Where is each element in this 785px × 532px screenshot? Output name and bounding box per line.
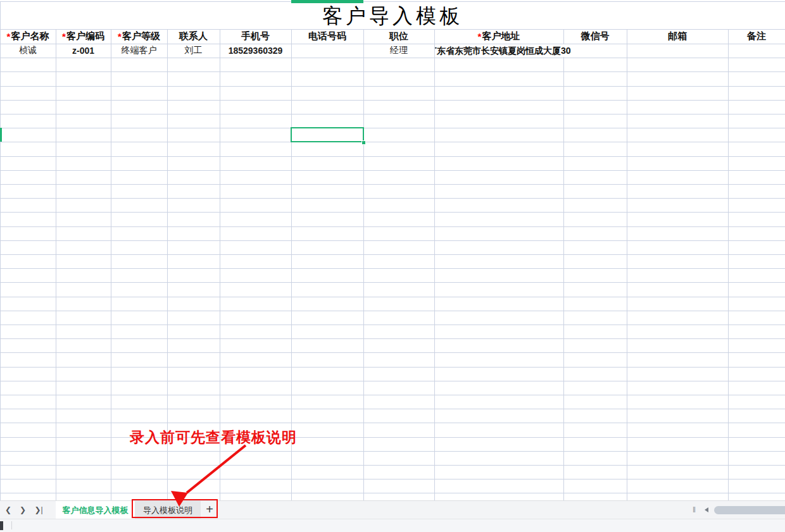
- tab-customer-import-template[interactable]: 客户信息导入模板: [56, 501, 135, 519]
- spreadsheet-app: 客户导入模板 *客户名称 *客户编码 *客户等级 联系人 手机号 电话号码 职位…: [0, 0, 785, 532]
- header-wechat[interactable]: 微信号: [563, 29, 627, 44]
- header-row: *客户名称 *客户编码 *客户等级 联系人 手机号 电话号码 职位 *客户地址 …: [0, 29, 785, 44]
- cell-address-placeholder[interactable]: [434, 44, 563, 58]
- clipped-status-icon: [0, 521, 3, 530]
- data-row: 桢诚 z-001 终端客户 刘工 18529360329 经理: [0, 44, 785, 58]
- selected-row-indicator: [0, 128, 2, 142]
- annotation-text: 录入前可先查看模板说明: [130, 428, 297, 447]
- selected-cell-outline: [291, 127, 364, 143]
- tab-scroll-splitter-icon[interactable]: ‖: [693, 506, 696, 514]
- required-mark: *: [7, 31, 11, 42]
- header-customer-level[interactable]: *客户等级: [111, 29, 167, 44]
- status-divider: [11, 521, 12, 529]
- sheet-grid[interactable]: 客户导入模板 *客户名称 *客户编码 *客户等级 联系人 手机号 电话号码 职位…: [0, 0, 785, 500]
- cell-phone[interactable]: [291, 44, 363, 58]
- cell-remark[interactable]: [728, 44, 785, 58]
- status-bar: [0, 519, 785, 532]
- gridline-vertical: [363, 29, 364, 500]
- header-contact[interactable]: 联系人: [167, 29, 220, 44]
- gridline-vertical: [627, 29, 627, 500]
- cell-contact[interactable]: 刘工: [167, 44, 220, 58]
- cell-customer-level[interactable]: 终端客户: [111, 44, 167, 58]
- header-mobile[interactable]: 手机号: [220, 29, 291, 44]
- sheet-next-icon[interactable]: ❯: [16, 501, 30, 519]
- sheet-tab-bar: ❮ ❯ ❯| 客户信息导入模板 导入模板说明 + ‖: [0, 500, 785, 519]
- header-remark[interactable]: 备注: [728, 29, 785, 44]
- header-position[interactable]: 职位: [363, 29, 434, 44]
- cell-customer-code[interactable]: z-001: [56, 44, 111, 58]
- cell-email[interactable]: [627, 44, 728, 58]
- selected-column-indicator: [291, 0, 363, 3]
- required-mark: *: [118, 31, 122, 42]
- cell-mobile[interactable]: 18529360329: [220, 44, 291, 58]
- required-mark: *: [478, 31, 482, 42]
- cell-wechat[interactable]: [563, 44, 627, 58]
- required-mark: *: [62, 31, 66, 42]
- header-address[interactable]: *客户地址: [434, 29, 563, 44]
- fill-handle[interactable]: [361, 140, 366, 145]
- sheet-last-icon[interactable]: ❯|: [32, 501, 46, 519]
- scrollbar-left-arrow-icon[interactable]: [705, 507, 708, 512]
- sheet-title-cell: 客户导入模板: [0, 2, 785, 29]
- gridline-vertical: [728, 29, 729, 500]
- header-customer-code[interactable]: *客户编码: [56, 29, 111, 44]
- annotation-highlight-box: [132, 499, 218, 518]
- gridline-vertical: [563, 29, 564, 500]
- gridline-vertical: [0, 1, 1, 500]
- cell-customer-name[interactable]: 桢诚: [0, 44, 56, 58]
- horizontal-scrollbar-thumb[interactable]: [714, 506, 785, 514]
- header-customer-name[interactable]: *客户名称: [0, 29, 56, 44]
- gridline-vertical: [434, 29, 435, 500]
- gridline-vertical: [56, 29, 56, 500]
- gridline-vertical: [111, 29, 111, 500]
- header-phone[interactable]: 电话号码: [291, 29, 363, 44]
- sheet-prev-icon[interactable]: ❮: [1, 501, 15, 519]
- header-email[interactable]: 邮箱: [627, 29, 728, 44]
- cell-position[interactable]: 经理: [363, 44, 434, 58]
- gridlines-rows: [0, 44, 785, 500]
